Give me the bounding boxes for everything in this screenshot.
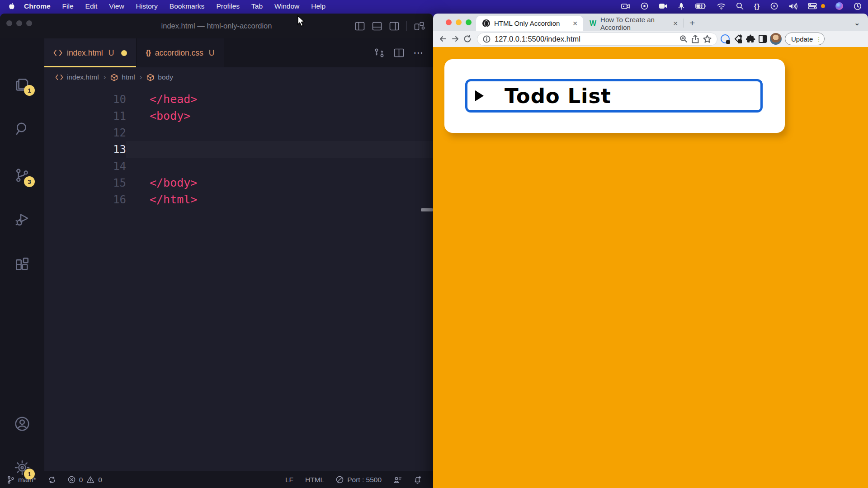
code-line[interactable]: 14 (44, 158, 433, 174)
extensions-puzzle-icon[interactable] (746, 34, 755, 44)
code-line[interactable]: 16 </html> (44, 191, 433, 208)
toggle-panel-icon[interactable] (372, 22, 382, 31)
code-line[interactable]: 15 </body> (44, 174, 433, 191)
menu-file[interactable]: File (62, 2, 74, 10)
menu-bar-status-icons: {} (621, 2, 862, 10)
tab-index-html[interactable]: index.html U (44, 38, 137, 67)
menu-history[interactable]: History (136, 2, 158, 10)
code-line-current[interactable]: 13 (44, 141, 433, 158)
details-marker-icon[interactable] (475, 90, 484, 101)
share-icon[interactable] (692, 35, 699, 43)
errors-icon (68, 476, 75, 483)
toggle-primary-sidebar-icon[interactable] (355, 22, 365, 31)
chrome-tab-strip: HTML Only Accordion ✕ W How To Create an… (433, 14, 868, 31)
accordion-card: Todo List (444, 59, 785, 133)
extensions-icon[interactable] (14, 256, 30, 272)
forward-button[interactable] (451, 35, 460, 43)
notifications[interactable] (414, 476, 421, 484)
spotlight-search-icon[interactable] (736, 2, 744, 10)
live-server-port[interactable]: Port : 5500 (336, 476, 382, 484)
colorzilla-eyedropper-icon[interactable] (733, 34, 743, 44)
scrollbar-cursor-mark[interactable] (421, 208, 433, 211)
address-bar[interactable]: 127.0.0.1:5500/index.html (477, 33, 717, 46)
sync-status[interactable] (48, 476, 56, 484)
menu-window[interactable]: Window (274, 2, 299, 10)
password-manager-icon[interactable] (721, 34, 730, 43)
accordion-title: Todo List (505, 84, 611, 108)
close-window-button[interactable] (446, 19, 452, 25)
menu-edit[interactable]: Edit (85, 2, 98, 10)
close-tab-icon[interactable]: ✕ (572, 20, 578, 27)
settings-gear-icon[interactable]: 1 (14, 460, 30, 476)
code-file-icon (55, 74, 63, 80)
menu-chrome[interactable]: Chrome (24, 2, 51, 10)
tab-label: index.html (67, 48, 103, 58)
zoom-window-button[interactable] (466, 19, 472, 25)
browser-menu-dots-icon[interactable]: ⋮ (816, 36, 821, 42)
code-editor[interactable]: 10 </head> 11 <body> 12 (44, 87, 433, 471)
close-tab-icon[interactable]: ✕ (673, 20, 678, 27)
split-editor-icon[interactable] (394, 48, 404, 57)
url-text[interactable]: 127.0.0.1:5500/index.html (495, 35, 675, 43)
accordion-summary[interactable]: Todo List (465, 79, 763, 113)
volume-icon[interactable] (788, 3, 797, 10)
record-dot-icon[interactable] (641, 2, 648, 10)
control-toggles-icon[interactable] (808, 3, 817, 9)
feedback[interactable] (393, 476, 402, 483)
bookmark-star-icon[interactable] (703, 35, 712, 43)
line-number: 16 (44, 193, 126, 206)
battery-charging-icon[interactable] (695, 3, 707, 9)
customize-layout-icon[interactable] (414, 22, 425, 31)
account-icon[interactable] (14, 416, 30, 432)
clock-icon[interactable] (854, 2, 862, 10)
code-line[interactable]: 10 </head> (44, 91, 433, 108)
menu-view[interactable]: View (109, 2, 124, 10)
menu-bookmarks[interactable]: Bookmarks (170, 2, 205, 10)
search-icon[interactable] (14, 121, 30, 137)
breadcrumb-file[interactable]: index.html (67, 73, 99, 81)
vscode-title-bar[interactable]: index.html — html-only-accordion (0, 14, 433, 38)
side-panel-icon[interactable] (759, 35, 767, 43)
code-line[interactable]: 11 <body> (44, 108, 433, 124)
breadcrumb-body[interactable]: body (158, 73, 173, 81)
breadcrumb[interactable]: index.html › html › body (44, 67, 433, 87)
minimize-window-button[interactable] (456, 19, 462, 25)
tab-search-chevron-icon[interactable]: ⌄ (854, 19, 860, 27)
menu-profiles[interactable]: Profiles (216, 2, 240, 10)
tab-accordion-css[interactable]: {} accordion.css U (137, 38, 224, 67)
warning-count: 0 (98, 476, 102, 484)
new-tab-button[interactable]: + (689, 18, 695, 28)
code-line[interactable]: 12 (44, 124, 433, 141)
menu-tab[interactable]: Tab (251, 2, 263, 10)
play-circle-icon[interactable] (770, 2, 778, 10)
code-text: </html> (126, 193, 197, 206)
back-button[interactable] (439, 35, 448, 43)
update-chrome-button[interactable]: Update ⋮ (785, 33, 825, 45)
toggle-secondary-sidebar-icon[interactable] (389, 22, 399, 31)
problems-status[interactable]: 0 0 (68, 476, 102, 484)
zoom-icon[interactable] (679, 35, 688, 43)
tab-html-only-accordion[interactable]: HTML Only Accordion ✕ (476, 16, 583, 31)
source-control-icon[interactable]: 3 (14, 167, 30, 183)
tab-how-to-create-accordion[interactable]: W How To Create an Accordion ✕ (583, 16, 684, 31)
more-actions-icon[interactable]: ⋯ (413, 47, 424, 59)
eol-indicator[interactable]: LF (285, 476, 293, 484)
apple-logo-icon[interactable] (8, 2, 15, 10)
site-info-icon[interactable] (483, 35, 491, 43)
siri-icon[interactable] (835, 2, 843, 10)
rocket-icon[interactable] (678, 2, 685, 10)
screen-record-icon[interactable] (621, 3, 630, 10)
wifi-icon[interactable] (717, 3, 726, 9)
unsaved-dot-icon[interactable] (121, 50, 127, 56)
video-camera-icon[interactable] (659, 3, 667, 9)
language-mode[interactable]: HTML (305, 476, 324, 484)
run-debug-icon[interactable] (14, 211, 30, 228)
breadcrumb-html[interactable]: html (122, 73, 135, 81)
menu-help[interactable]: Help (311, 2, 326, 10)
open-changes-icon[interactable] (374, 47, 385, 58)
explorer-icon[interactable]: 1 (14, 76, 30, 92)
breadcrumb-separator: › (104, 73, 106, 82)
reload-button[interactable] (463, 34, 472, 43)
braces-menu-icon[interactable]: {} (754, 3, 760, 10)
profile-avatar[interactable] (770, 33, 782, 45)
